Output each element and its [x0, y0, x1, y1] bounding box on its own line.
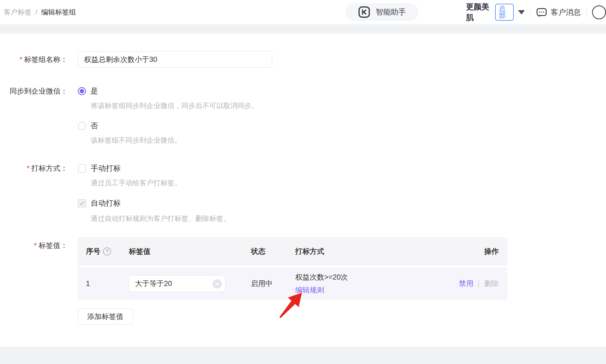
- radio-unselected-icon[interactable]: [78, 122, 86, 130]
- breadcrumb: 客户标签 / 编辑标签组: [4, 0, 76, 24]
- method-option-manual[interactable]: 手动打标: [78, 161, 121, 176]
- delete-action-link[interactable]: 删除: [484, 279, 499, 288]
- rule-text: 权益次数>=20次: [295, 272, 459, 282]
- header-serial: 序号 ?: [86, 247, 129, 256]
- tag-values-label: *标签值：: [0, 238, 68, 253]
- assistant-collapse-icon: [358, 6, 370, 18]
- customer-messages-button[interactable]: 客户消息: [536, 7, 581, 18]
- manual-tagging-label: 手动打标: [91, 163, 121, 173]
- add-tag-value-button[interactable]: 添加标签值: [78, 309, 133, 325]
- sync-option-yes[interactable]: 是: [78, 84, 98, 99]
- tag-group-name-label: *标签组名称：: [0, 51, 68, 68]
- sync-no-label: 否: [90, 121, 98, 131]
- assistant-label: 智能助手: [376, 7, 406, 17]
- breadcrumb-separator: /: [35, 8, 37, 16]
- sync-yes-label: 是: [90, 86, 98, 96]
- divider: [530, 8, 531, 17]
- tag-value-input[interactable]: [129, 276, 225, 292]
- cell-actions: 禁用 删除: [459, 279, 499, 288]
- header-status: 状态: [251, 247, 295, 256]
- chat-bubble-icon: [536, 7, 547, 18]
- checkbox-unchecked-icon[interactable]: [78, 164, 86, 173]
- tag-values-table: 序号 ? 标签值 状态 打标方式 操作 1: [78, 237, 507, 300]
- tag-group-name-input[interactable]: [78, 51, 272, 68]
- cell-tagging-method: 权益次数>=20次 编辑规则: [295, 272, 459, 295]
- disable-action-link[interactable]: 禁用: [459, 279, 473, 288]
- chevron-down-icon[interactable]: [518, 10, 525, 14]
- edit-rule-link[interactable]: 编辑规则: [295, 285, 324, 295]
- help-avatar-icon[interactable]: [592, 5, 606, 19]
- cell-tag-value: [129, 275, 251, 292]
- help-icon[interactable]: ?: [103, 247, 111, 255]
- header-tag-value: 标签值: [129, 247, 251, 256]
- required-asterisk: *: [27, 164, 30, 172]
- brand-name: 更颜美肌: [466, 2, 491, 23]
- page-bottom-band: [0, 347, 606, 364]
- org-badge: 总部: [495, 4, 514, 21]
- clear-input-icon[interactable]: [213, 279, 222, 288]
- breadcrumb-customer-tags[interactable]: 客户标签: [4, 8, 32, 17]
- checkbox-checked-disabled-icon: [78, 199, 86, 207]
- auto-tagging-label: 自动打标: [91, 198, 121, 208]
- tag-value-input-wrap: [129, 275, 225, 292]
- auto-tagging-description: 通过自动打标规则为客户打标签、删除标签。: [91, 213, 230, 224]
- customer-messages-label: 客户消息: [551, 7, 581, 17]
- method-option-auto: 自动打标: [78, 196, 121, 211]
- divider: [586, 8, 587, 17]
- smart-assistant-button[interactable]: 智能助手: [346, 3, 418, 21]
- radio-selected-icon[interactable]: [78, 87, 86, 95]
- sync-yes-description: 将该标签组同步到企业微信，同步后不可以取消同步。: [91, 100, 258, 111]
- page-section-divider: [0, 25, 606, 34]
- sync-option-no[interactable]: 否: [78, 118, 98, 133]
- required-asterisk: *: [19, 55, 22, 64]
- sync-no-description: 该标签组不同步到企业微信。: [91, 135, 181, 146]
- table-header-row: 序号 ? 标签值 状态 打标方式 操作: [78, 237, 507, 266]
- top-bar: 客户标签 / 编辑标签组 智能助手 更颜美肌 总部: [0, 0, 606, 24]
- edit-tag-group-page: 客户标签 / 编辑标签组 智能助手 更颜美肌 总部: [0, 0, 606, 364]
- header-tagging-method: 打标方式: [295, 247, 484, 256]
- table-row: 1 启用中 权益次数>=20次 编辑规则: [78, 267, 507, 300]
- required-asterisk: *: [34, 242, 37, 250]
- cell-status: 启用中: [251, 279, 295, 288]
- actions-divider: [479, 280, 479, 288]
- tagging-method-label: *打标方式：: [0, 161, 68, 176]
- breadcrumb-current: 编辑标签组: [41, 8, 76, 17]
- manual-tagging-description: 通过员工手动给客户打标签。: [91, 177, 181, 188]
- header-actions: 操作: [484, 247, 499, 256]
- sync-wework-label: 同步到企业微信：: [0, 84, 68, 99]
- cell-serial: 1: [86, 280, 129, 288]
- topbar-right-cluster: 更颜美肌 总部 客户消息: [466, 0, 606, 24]
